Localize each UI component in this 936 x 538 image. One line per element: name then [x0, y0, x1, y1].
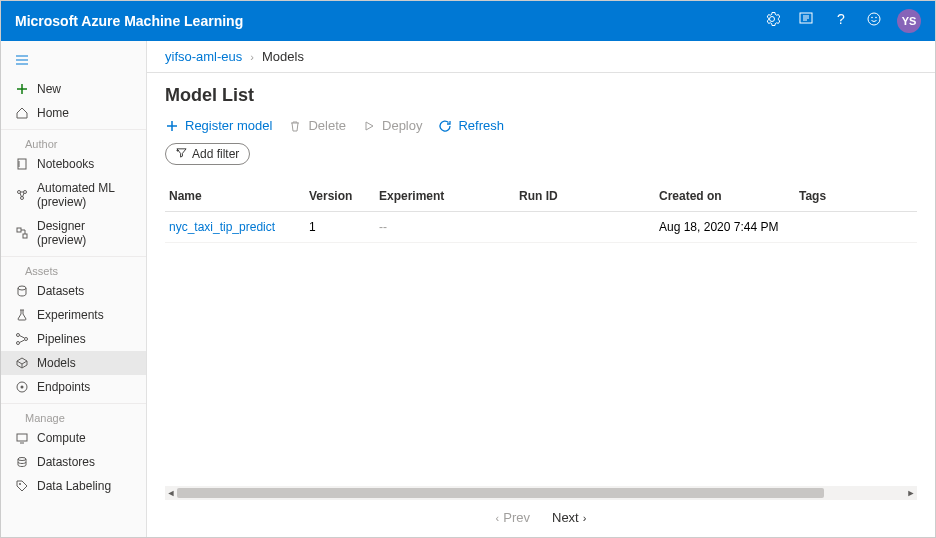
sidebar-item-label: Datasets: [37, 284, 84, 298]
smile-icon: [866, 11, 882, 31]
sidebar-item-experiments[interactable]: Experiments: [1, 303, 146, 327]
sidebar-section-author: Author: [1, 129, 146, 152]
sidebar-item-compute[interactable]: Compute: [1, 426, 146, 450]
scrollbar-thumb[interactable]: [177, 488, 824, 498]
help-button[interactable]: ?: [823, 1, 857, 41]
sidebar-item-label: Compute: [37, 431, 86, 445]
sidebar-item-label: Pipelines: [37, 332, 86, 346]
sidebar-item-designer[interactable]: Designer (preview): [1, 214, 146, 252]
smile-button[interactable]: [857, 1, 891, 41]
col-header-name[interactable]: Name: [169, 189, 309, 203]
svg-rect-9: [17, 228, 21, 232]
sidebar-item-label: Endpoints: [37, 380, 90, 394]
cell-version: 1: [309, 220, 379, 234]
models-table: Name Version Experiment Run ID Created o…: [165, 181, 917, 500]
plus-icon: [165, 119, 179, 133]
page-title: Model List: [165, 85, 917, 106]
help-icon: ?: [832, 11, 848, 31]
col-header-runid[interactable]: Run ID: [519, 189, 659, 203]
scroll-right-icon[interactable]: ►: [905, 486, 917, 500]
breadcrumb-workspace[interactable]: yifso-aml-eus: [165, 49, 242, 64]
next-button[interactable]: Next ›: [552, 510, 586, 525]
app-title: Microsoft Azure Machine Learning: [15, 13, 243, 29]
deploy-icon: [362, 119, 376, 133]
svg-text:?: ?: [837, 11, 845, 27]
compute-icon: [15, 431, 29, 445]
top-bar: Microsoft Azure Machine Learning ? YS: [1, 1, 935, 41]
svg-text:+: +: [176, 147, 179, 153]
filter-icon: +: [176, 147, 187, 161]
pipelines-icon: [15, 332, 29, 346]
feedback-button[interactable]: [789, 1, 823, 41]
plus-icon: [15, 82, 29, 96]
pager: ‹ Prev Next ›: [165, 500, 917, 529]
sidebar-item-label: Notebooks: [37, 157, 94, 171]
sidebar-section-manage: Manage: [1, 403, 146, 426]
chevron-right-icon: ›: [583, 512, 587, 524]
datastores-icon: [15, 455, 29, 469]
sidebar-item-label: Automated ML (preview): [37, 181, 132, 209]
sidebar-item-automl[interactable]: Automated ML (preview): [1, 176, 146, 214]
tool-label: Refresh: [458, 118, 504, 133]
svg-point-12: [17, 334, 20, 337]
cell-experiment: --: [379, 220, 519, 234]
home-icon: [15, 106, 29, 120]
col-header-experiment[interactable]: Experiment: [379, 189, 519, 203]
tool-label: Delete: [308, 118, 346, 133]
svg-point-3: [871, 17, 873, 19]
sidebar-item-home[interactable]: Home: [1, 101, 146, 125]
prev-button[interactable]: ‹ Prev: [496, 510, 530, 525]
svg-rect-10: [23, 234, 27, 238]
trash-icon: [288, 119, 302, 133]
sidebar-item-pipelines[interactable]: Pipelines: [1, 327, 146, 351]
svg-point-14: [25, 338, 28, 341]
sidebar-item-label: Experiments: [37, 308, 104, 322]
col-header-tags[interactable]: Tags: [799, 189, 913, 203]
sidebar-item-new[interactable]: New: [1, 77, 146, 101]
sidebar-toggle[interactable]: [1, 47, 146, 77]
sidebar-item-datasets[interactable]: Datasets: [1, 279, 146, 303]
tool-label: Deploy: [382, 118, 422, 133]
sidebar-item-datastores[interactable]: Datastores: [1, 450, 146, 474]
col-header-created[interactable]: Created on: [659, 189, 799, 203]
automl-icon: [15, 188, 29, 202]
cell-created: Aug 18, 2020 7:44 PM: [659, 220, 799, 234]
cell-tags: [799, 220, 913, 234]
svg-point-16: [21, 386, 24, 389]
sidebar-item-endpoints[interactable]: Endpoints: [1, 375, 146, 399]
sidebar-item-label: New: [37, 82, 61, 96]
tag-icon: [15, 479, 29, 493]
sidebar-item-notebooks[interactable]: Notebooks: [1, 152, 146, 176]
avatar[interactable]: YS: [897, 9, 921, 33]
breadcrumb-current: Models: [262, 49, 304, 64]
toolbar: Register model Delete Deploy Refresh: [165, 118, 917, 133]
sidebar-item-models[interactable]: Models: [1, 351, 146, 375]
refresh-icon: [438, 119, 452, 133]
model-name-link[interactable]: nyc_taxi_tip_predict: [169, 220, 275, 234]
hamburger-icon: [15, 53, 29, 70]
designer-icon: [15, 226, 29, 240]
svg-point-13: [17, 342, 20, 345]
scroll-left-icon[interactable]: ◄: [165, 486, 177, 500]
svg-point-19: [19, 483, 21, 485]
register-model-button[interactable]: Register model: [165, 118, 272, 133]
prev-label: Prev: [503, 510, 530, 525]
next-label: Next: [552, 510, 579, 525]
settings-button[interactable]: [755, 1, 789, 41]
horizontal-scrollbar[interactable]: ◄ ►: [165, 486, 917, 500]
sidebar-section-assets: Assets: [1, 256, 146, 279]
flask-icon: [15, 308, 29, 322]
delete-button: Delete: [288, 118, 346, 133]
datasets-icon: [15, 284, 29, 298]
feedback-icon: [798, 11, 814, 31]
sidebar-item-datalabeling[interactable]: Data Labeling: [1, 474, 146, 498]
main-content: yifso-aml-eus › Models Model List Regist…: [147, 41, 935, 537]
col-header-version[interactable]: Version: [309, 189, 379, 203]
refresh-button[interactable]: Refresh: [438, 118, 504, 133]
chevron-left-icon: ‹: [496, 512, 500, 524]
table-row[interactable]: nyc_taxi_tip_predict 1 -- Aug 18, 2020 7…: [165, 212, 917, 243]
sidebar-item-label: Datastores: [37, 455, 95, 469]
svg-point-4: [875, 17, 877, 19]
sidebar: New Home Author Notebooks Automated ML (…: [1, 41, 147, 537]
add-filter-button[interactable]: + Add filter: [165, 143, 250, 165]
